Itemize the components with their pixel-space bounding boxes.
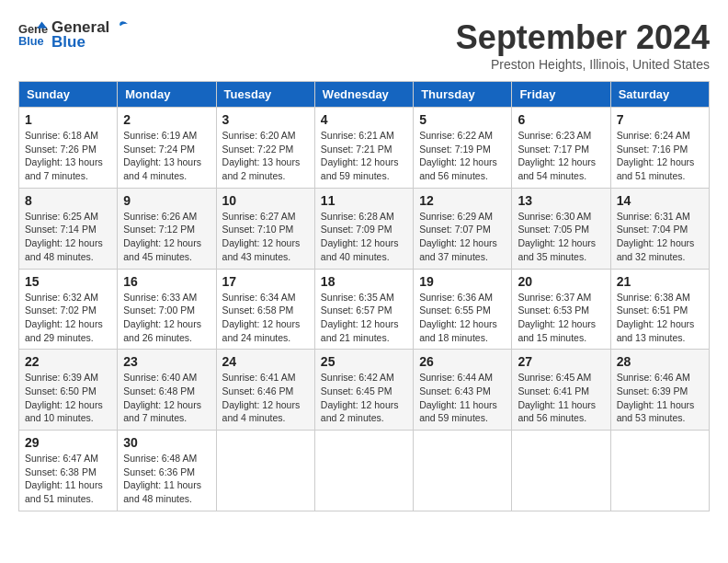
- calendar-cell: 22Sunrise: 6:39 AM Sunset: 6:50 PM Dayli…: [19, 350, 118, 431]
- weekday-header-saturday: Saturday: [610, 82, 709, 108]
- calendar-cell: 20Sunrise: 6:37 AM Sunset: 6:53 PM Dayli…: [512, 269, 610, 350]
- day-number: 19: [419, 274, 506, 289]
- page-header: General Blue General Blue September 2024…: [18, 18, 710, 72]
- calendar-cell: 4Sunrise: 6:21 AM Sunset: 7:21 PM Daylig…: [314, 108, 413, 189]
- weekday-header-wednesday: Wednesday: [314, 82, 413, 108]
- calendar-cell: 14Sunrise: 6:31 AM Sunset: 7:04 PM Dayli…: [610, 188, 709, 269]
- calendar-cell: 1Sunrise: 6:18 AM Sunset: 7:26 PM Daylig…: [19, 108, 118, 189]
- day-info: Sunrise: 6:35 AM Sunset: 6:57 PM Dayligh…: [321, 291, 407, 345]
- day-number: 10: [222, 193, 309, 208]
- day-info: Sunrise: 6:40 AM Sunset: 6:48 PM Dayligh…: [123, 371, 210, 425]
- calendar-cell: 17Sunrise: 6:34 AM Sunset: 6:58 PM Dayli…: [216, 269, 314, 350]
- calendar-cell: [216, 431, 314, 511]
- day-number: 14: [617, 193, 703, 208]
- week-row-1: 1Sunrise: 6:18 AM Sunset: 7:26 PM Daylig…: [19, 108, 710, 189]
- calendar-cell: 7Sunrise: 6:24 AM Sunset: 7:16 PM Daylig…: [610, 108, 709, 189]
- calendar-cell: 9Sunrise: 6:26 AM Sunset: 7:12 PM Daylig…: [118, 188, 216, 269]
- calendar-cell: 16Sunrise: 6:33 AM Sunset: 7:00 PM Dayli…: [118, 269, 216, 350]
- calendar-cell: 28Sunrise: 6:46 AM Sunset: 6:39 PM Dayli…: [610, 350, 709, 431]
- day-info: Sunrise: 6:39 AM Sunset: 6:50 PM Dayligh…: [25, 371, 111, 425]
- day-number: 25: [321, 354, 407, 369]
- calendar-cell: [610, 431, 709, 511]
- calendar-cell: 5Sunrise: 6:22 AM Sunset: 7:19 PM Daylig…: [414, 108, 512, 189]
- day-number: 21: [617, 274, 703, 289]
- title-block: September 2024 Preston Heights, Illinois…: [456, 18, 710, 72]
- day-info: Sunrise: 6:21 AM Sunset: 7:21 PM Dayligh…: [321, 129, 407, 183]
- weekday-header-sunday: Sunday: [19, 82, 118, 108]
- day-info: Sunrise: 6:47 AM Sunset: 6:38 PM Dayligh…: [25, 452, 111, 506]
- day-number: 20: [518, 274, 604, 289]
- month-title: September 2024: [456, 18, 710, 57]
- calendar-cell: [414, 431, 512, 511]
- day-number: 15: [25, 274, 111, 289]
- week-row-4: 22Sunrise: 6:39 AM Sunset: 6:50 PM Dayli…: [19, 350, 710, 431]
- weekday-header-friday: Friday: [512, 82, 610, 108]
- location-subtitle: Preston Heights, Illinois, United States: [456, 57, 710, 72]
- calendar-cell: 6Sunrise: 6:23 AM Sunset: 7:17 PM Daylig…: [512, 108, 610, 189]
- day-info: Sunrise: 6:30 AM Sunset: 7:05 PM Dayligh…: [518, 210, 604, 264]
- week-row-3: 15Sunrise: 6:32 AM Sunset: 7:02 PM Dayli…: [19, 269, 710, 350]
- day-number: 7: [617, 112, 703, 127]
- day-number: 5: [419, 112, 506, 127]
- day-info: Sunrise: 6:42 AM Sunset: 6:45 PM Dayligh…: [321, 371, 407, 425]
- calendar-cell: 2Sunrise: 6:19 AM Sunset: 7:24 PM Daylig…: [118, 108, 216, 189]
- logo-bird-icon: [111, 20, 130, 35]
- calendar-cell: 13Sunrise: 6:30 AM Sunset: 7:05 PM Dayli…: [512, 188, 610, 269]
- logo-icon: General Blue: [18, 20, 48, 50]
- day-number: 16: [123, 274, 210, 289]
- calendar-cell: 27Sunrise: 6:45 AM Sunset: 6:41 PM Dayli…: [512, 350, 610, 431]
- day-number: 1: [25, 112, 111, 127]
- day-info: Sunrise: 6:44 AM Sunset: 6:43 PM Dayligh…: [419, 371, 506, 425]
- day-info: Sunrise: 6:28 AM Sunset: 7:09 PM Dayligh…: [321, 210, 407, 264]
- weekday-header-thursday: Thursday: [414, 82, 512, 108]
- day-info: Sunrise: 6:19 AM Sunset: 7:24 PM Dayligh…: [123, 129, 210, 183]
- day-number: 24: [222, 354, 309, 369]
- day-info: Sunrise: 6:20 AM Sunset: 7:22 PM Dayligh…: [222, 129, 309, 183]
- day-info: Sunrise: 6:27 AM Sunset: 7:10 PM Dayligh…: [222, 210, 309, 264]
- day-number: 30: [123, 435, 210, 450]
- calendar-cell: 8Sunrise: 6:25 AM Sunset: 7:14 PM Daylig…: [19, 188, 118, 269]
- day-number: 6: [518, 112, 604, 127]
- day-info: Sunrise: 6:29 AM Sunset: 7:07 PM Dayligh…: [419, 210, 506, 264]
- week-row-2: 8Sunrise: 6:25 AM Sunset: 7:14 PM Daylig…: [19, 188, 710, 269]
- calendar-cell: 30Sunrise: 6:48 AM Sunset: 6:36 PM Dayli…: [118, 431, 216, 511]
- day-number: 2: [123, 112, 210, 127]
- calendar-cell: 23Sunrise: 6:40 AM Sunset: 6:48 PM Dayli…: [118, 350, 216, 431]
- weekday-header-tuesday: Tuesday: [216, 82, 314, 108]
- day-info: Sunrise: 6:22 AM Sunset: 7:19 PM Dayligh…: [419, 129, 506, 183]
- day-info: Sunrise: 6:45 AM Sunset: 6:41 PM Dayligh…: [518, 371, 604, 425]
- week-row-5: 29Sunrise: 6:47 AM Sunset: 6:38 PM Dayli…: [19, 431, 710, 511]
- day-info: Sunrise: 6:36 AM Sunset: 6:55 PM Dayligh…: [419, 291, 506, 345]
- day-number: 23: [123, 354, 210, 369]
- day-info: Sunrise: 6:31 AM Sunset: 7:04 PM Dayligh…: [617, 210, 703, 264]
- calendar-cell: [512, 431, 610, 511]
- weekday-header-monday: Monday: [118, 82, 216, 108]
- day-number: 11: [321, 193, 407, 208]
- day-number: 29: [25, 435, 111, 450]
- day-info: Sunrise: 6:23 AM Sunset: 7:17 PM Dayligh…: [518, 129, 604, 183]
- day-info: Sunrise: 6:37 AM Sunset: 6:53 PM Dayligh…: [518, 291, 604, 345]
- svg-text:Blue: Blue: [18, 34, 44, 48]
- day-info: Sunrise: 6:32 AM Sunset: 7:02 PM Dayligh…: [25, 291, 111, 345]
- logo: General Blue General Blue: [18, 18, 130, 52]
- day-number: 12: [419, 193, 506, 208]
- day-info: Sunrise: 6:41 AM Sunset: 6:46 PM Dayligh…: [222, 371, 309, 425]
- day-number: 4: [321, 112, 407, 127]
- day-number: 26: [419, 354, 506, 369]
- calendar-cell: 29Sunrise: 6:47 AM Sunset: 6:38 PM Dayli…: [19, 431, 118, 511]
- day-number: 3: [222, 112, 309, 127]
- calendar-cell: 10Sunrise: 6:27 AM Sunset: 7:10 PM Dayli…: [216, 188, 314, 269]
- calendar-cell: 11Sunrise: 6:28 AM Sunset: 7:09 PM Dayli…: [314, 188, 413, 269]
- calendar-cell: 26Sunrise: 6:44 AM Sunset: 6:43 PM Dayli…: [414, 350, 512, 431]
- day-info: Sunrise: 6:34 AM Sunset: 6:58 PM Dayligh…: [222, 291, 309, 345]
- calendar-table: SundayMondayTuesdayWednesdayThursdayFrid…: [18, 81, 710, 511]
- day-info: Sunrise: 6:26 AM Sunset: 7:12 PM Dayligh…: [123, 210, 210, 264]
- day-number: 8: [25, 193, 111, 208]
- day-number: 28: [617, 354, 703, 369]
- day-info: Sunrise: 6:18 AM Sunset: 7:26 PM Dayligh…: [25, 129, 111, 183]
- calendar-cell: 25Sunrise: 6:42 AM Sunset: 6:45 PM Dayli…: [314, 350, 413, 431]
- day-number: 9: [123, 193, 210, 208]
- day-info: Sunrise: 6:38 AM Sunset: 6:51 PM Dayligh…: [617, 291, 703, 345]
- calendar-cell: 18Sunrise: 6:35 AM Sunset: 6:57 PM Dayli…: [314, 269, 413, 350]
- day-number: 27: [518, 354, 604, 369]
